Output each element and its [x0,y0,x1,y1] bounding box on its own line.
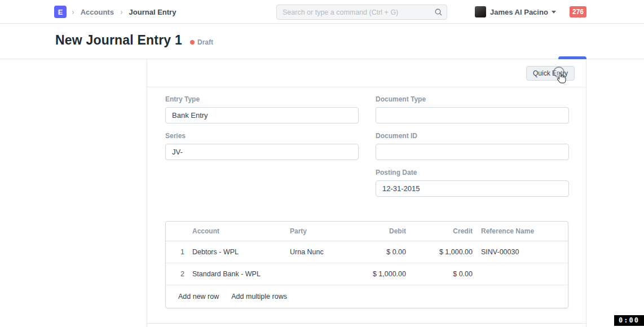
table-row[interactable]: 2 Standard Bank - WPL $ 1,000.00 $ 0.00 [166,263,568,285]
chevron-down-icon [552,11,556,14]
posting-date-input[interactable] [376,180,569,197]
cell-reference-name[interactable]: SINV-00030 [473,248,568,256]
add-multiple-rows-button[interactable]: Add multiple rows [231,293,287,301]
entry-type-input[interactable] [165,107,359,123]
document-id-input[interactable] [376,144,569,160]
cell-debit[interactable]: $ 0.00 [361,248,406,256]
row-index: 1 [166,248,192,256]
field-posting-date: Posting Date [376,169,569,197]
page-header: New Journal Entry 1 Draft Save [0,24,644,59]
notification-count-badge[interactable]: 276 [570,6,586,17]
col-debit: Debit [361,227,406,235]
chevron-right-icon: › [120,7,123,16]
table-footer: Add new row Add multiple rows [166,285,568,308]
field-label: Document ID [376,132,569,140]
status-badge: Draft [190,38,213,46]
add-new-row-button[interactable]: Add new row [178,293,219,301]
form-column-left: Entry Type Series [165,95,359,169]
search-input[interactable] [276,5,447,20]
document-type-input[interactable] [376,107,569,123]
breadcrumb-accounts[interactable]: Accounts [81,8,114,16]
col-reference-name: Reference Name [473,227,568,235]
cell-debit[interactable]: $ 1,000.00 [361,270,406,278]
cell-credit[interactable]: $ 0.00 [406,270,473,278]
field-entry-type: Entry Type [165,95,359,123]
recording-timer: 0:00 [614,315,644,326]
form-toolbar: Quick Entry [147,59,586,87]
table-header-row: Account Party Debit Credit Reference Nam… [166,222,568,241]
app-logo[interactable]: E [54,6,67,18]
user-name: James Al Pacino [490,8,548,16]
field-label: Entry Type [165,95,359,103]
journal-entries-table: Account Party Debit Credit Reference Nam… [165,221,568,308]
cell-account[interactable]: Debtors - WPL [192,248,290,256]
col-account: Account [192,227,290,235]
field-label: Series [165,132,359,140]
user-avatar[interactable] [475,6,486,17]
breadcrumb-journal-entry[interactable]: Journal Entry [129,8,177,16]
form-column-right: Document Type Document ID Posting Date [376,95,569,205]
navbar: E › Accounts › Journal Entry James Al Pa… [0,0,644,24]
cell-party[interactable]: Urna Nunc [290,248,361,256]
col-party: Party [290,227,361,235]
field-document-type: Document Type [376,95,569,123]
field-series: Series [165,132,359,160]
table-row[interactable]: 1 Debtors - WPL Urna Nunc $ 0.00 $ 1,000… [166,241,568,263]
navbar-search [276,5,447,20]
field-label: Posting Date [376,169,569,176]
draft-dot-icon [190,40,195,45]
chevron-right-icon: › [72,7,74,16]
search-icon [434,8,443,19]
series-input[interactable] [165,144,359,160]
field-label: Document Type [376,95,569,103]
hand-cursor-icon [554,71,568,87]
breadcrumb: › Accounts › Journal Entry [72,0,176,24]
field-document-id: Document ID [376,132,569,160]
user-menu[interactable]: James Al Pacino [490,0,556,24]
cell-credit[interactable]: $ 1,000.00 [406,248,473,256]
form-layout: Quick Entry Entry Type Series Document T… [147,59,586,327]
status-text: Draft [197,38,213,46]
col-credit: Credit [406,227,473,235]
page-title: New Journal Entry 1 [55,33,182,48]
cell-account[interactable]: Standard Bank - WPL [192,270,290,278]
row-index: 2 [166,270,192,278]
section-divider [147,323,586,324]
